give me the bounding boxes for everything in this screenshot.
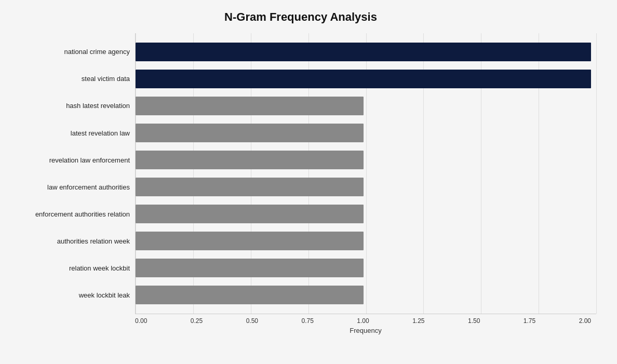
chart-area: national crime agencysteal victim dataha… — [5, 33, 596, 314]
y-axis-label: authorities relation week — [5, 228, 130, 255]
bar — [136, 151, 364, 169]
x-tick: 1.75 — [524, 317, 535, 325]
y-axis-label: relation week lockbit — [5, 255, 130, 282]
bar-row — [136, 92, 591, 119]
bar — [136, 259, 364, 277]
bar — [136, 286, 364, 304]
bar — [136, 124, 364, 142]
y-axis-label: hash latest revelation — [5, 92, 130, 119]
y-axis-label: enforcement authorities relation — [5, 201, 130, 228]
bars-wrapper — [136, 33, 596, 314]
bar-row — [136, 281, 591, 308]
y-axis-label: latest revelation law — [5, 119, 130, 146]
y-axis-label: week lockbit leak — [5, 282, 130, 309]
x-tick: 1.00 — [357, 317, 369, 325]
x-axis: 0.000.250.500.751.001.251.501.752.00 — [135, 314, 596, 325]
bar-row — [136, 173, 591, 200]
bar — [136, 43, 591, 61]
grid-line — [596, 33, 597, 314]
bar — [136, 205, 364, 223]
bar-row — [136, 38, 591, 65]
y-axis-label: revelation law enforcement — [5, 146, 130, 173]
x-tick: 1.50 — [468, 317, 480, 325]
bar — [136, 232, 364, 250]
bar-row — [136, 119, 591, 146]
x-tick: 0.50 — [246, 317, 258, 325]
x-tick: 1.25 — [412, 317, 424, 325]
x-axis-label: Frequency — [135, 327, 596, 334]
y-axis: national crime agencysteal victim dataha… — [5, 33, 135, 314]
x-tick: 0.75 — [301, 317, 313, 325]
bar-row — [136, 65, 591, 92]
x-tick: 0.00 — [135, 317, 147, 325]
y-axis-label: steal victim data — [5, 65, 130, 92]
bar-row — [136, 146, 591, 173]
x-tick: 2.00 — [579, 317, 591, 325]
x-tick: 0.25 — [191, 317, 203, 325]
bar — [136, 97, 364, 115]
chart-container: N-Gram Frequency Analysis national crime… — [0, 0, 617, 364]
plot-area — [135, 33, 596, 314]
bar-row — [136, 227, 591, 254]
y-axis-label: law enforcement authorities — [5, 174, 130, 201]
bar — [136, 70, 591, 88]
bar-row — [136, 200, 591, 227]
bar-row — [136, 254, 591, 281]
chart-title: N-Gram Frequency Analysis — [5, 10, 596, 24]
bar — [136, 178, 364, 196]
y-axis-label: national crime agency — [5, 38, 130, 65]
